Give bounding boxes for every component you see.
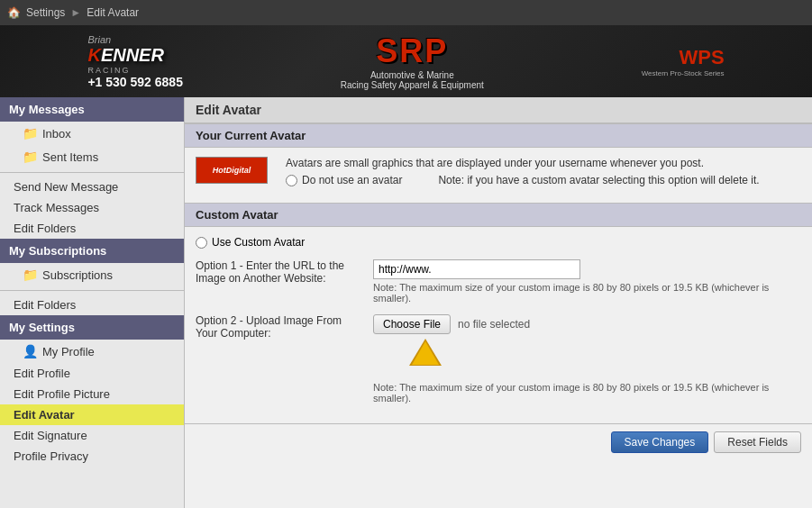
sidebar-item-edit-profile[interactable]: Edit Profile	[0, 363, 184, 384]
banner-srp: SRP Automotive & Marine Racing Safety Ap…	[341, 32, 484, 90]
sidebar-divider-2	[0, 290, 184, 291]
do-not-use-label: Do not use an avatar	[302, 174, 402, 186]
top-bar: 🏠 Settings ► Edit Avatar	[0, 0, 812, 25]
breadcrumb: 🏠 Settings ► Edit Avatar	[7, 6, 139, 19]
person-icon: 👤	[23, 344, 38, 358]
avatar-current-section: HotDigital Avatars are small graphics th…	[196, 157, 801, 194]
sidebar-item-edit-signature[interactable]: Edit Signature	[0, 425, 184, 446]
option1-row: Option 1 - Enter the URL to the Image on…	[196, 259, 801, 304]
do-not-use-radio[interactable]	[286, 175, 297, 186]
custom-avatar-title: Custom Avatar	[185, 203, 812, 227]
folder-icon-inbox: 📁	[23, 126, 38, 141]
folder-icon-sent: 📁	[23, 150, 38, 164]
banner: Brian KENNER Racing +1 530 592 6885 SRP …	[0, 25, 812, 97]
banner-srp-line1: Automotive & Marine	[341, 70, 484, 80]
current-avatar-body: HotDigital Avatars are small graphics th…	[185, 148, 812, 203]
breadcrumb-separator: ►	[70, 6, 81, 19]
banner-kenner-first: Brian	[87, 34, 111, 45]
option2-label: Option 2 - Upload Image From Your Comput…	[196, 314, 362, 340]
avatar-note: Note: if you have a custom avatar select…	[438, 174, 759, 186]
breadcrumb-current: Edit Avatar	[87, 6, 139, 19]
banner-srp-line2: Racing Safety Apparel & Equipment	[341, 80, 484, 90]
url-input[interactable]	[373, 259, 580, 279]
sidebar-item-sent[interactable]: 📁 Sent Items	[0, 145, 184, 168]
choose-file-button[interactable]: Choose File	[373, 314, 451, 334]
upload-note: Note: The maximum size of your custom im…	[373, 382, 801, 404]
sidebar-item-track-messages[interactable]: Track Messages	[0, 197, 184, 218]
no-file-label: no file selected	[458, 318, 530, 331]
arrow-icon	[409, 339, 442, 379]
main-layout: My Messages 📁 Inbox 📁 Sent Items Send Ne…	[0, 97, 812, 508]
sidebar-my-messages-header: My Messages	[0, 97, 184, 122]
content-area: Edit Avatar Your Current Avatar HotDigit…	[185, 97, 812, 508]
sidebar: My Messages 📁 Inbox 📁 Sent Items Send Ne…	[0, 97, 185, 508]
banner-kenner-sub: Racing	[87, 66, 183, 75]
sidebar-divider-1	[0, 172, 184, 173]
use-custom-label: Use Custom Avatar	[212, 236, 305, 249]
sidebar-item-edit-folders-2[interactable]: Edit Folders	[0, 295, 184, 315]
use-custom-row: Use Custom Avatar	[196, 236, 801, 249]
current-avatar-title: Your Current Avatar	[185, 123, 812, 148]
sidebar-item-inbox[interactable]: 📁 Inbox	[0, 122, 184, 145]
banner-wps: WPS Western Pro-Stock Series	[642, 46, 725, 77]
banner-kenner-logo: KENNER	[87, 45, 183, 66]
reset-fields-button[interactable]: Reset Fields	[714, 431, 801, 453]
sidebar-my-settings-header: My Settings	[0, 315, 184, 340]
sidebar-item-edit-avatar[interactable]: Edit Avatar	[0, 404, 184, 425]
folder-icon-subscriptions: 📁	[23, 268, 38, 282]
sidebar-my-subscriptions-header: My Subscriptions	[0, 239, 184, 263]
arrow-container	[355, 339, 801, 379]
sidebar-item-edit-profile-picture[interactable]: Edit Profile Picture	[0, 384, 184, 404]
custom-avatar-body: Use Custom Avatar Option 1 - Enter the U…	[185, 227, 812, 423]
sidebar-item-my-profile[interactable]: 👤 My Profile	[0, 340, 184, 363]
option1-label: Option 1 - Enter the URL to the Image on…	[196, 259, 362, 285]
choose-file-row: Choose File no file selected	[373, 314, 801, 334]
option2-content: Choose File no file selected Note: The m…	[373, 314, 801, 404]
sidebar-item-subscriptions[interactable]: 📁 Subscriptions	[0, 263, 184, 286]
option1-content: Note: The maximum size of your custom im…	[373, 259, 801, 304]
banner-wps-logo: WPS	[642, 46, 725, 69]
bottom-bar: Save Changes Reset Fields	[185, 423, 812, 460]
do-not-use-radio-row: Do not use an avatar	[286, 174, 402, 186]
option2-row: Option 2 - Upload Image From Your Comput…	[196, 314, 801, 404]
avatar-description-text: Avatars are small graphics that are disp…	[286, 157, 760, 169]
sidebar-item-profile-privacy[interactable]: Profile Privacy	[0, 446, 184, 467]
banner-wps-sub: Western Pro-Stock Series	[642, 69, 725, 77]
sidebar-item-edit-folders-1[interactable]: Edit Folders	[0, 218, 184, 239]
url-note: Note: The maximum size of your custom im…	[373, 282, 801, 304]
avatar-description-block: Avatars are small graphics that are disp…	[286, 157, 760, 186]
breadcrumb-settings[interactable]: Settings	[26, 6, 65, 19]
sidebar-item-send-message[interactable]: Send New Message	[0, 177, 184, 197]
home-icon[interactable]: 🏠	[7, 6, 21, 19]
banner-kenner: Brian KENNER Racing +1 530 592 6885	[87, 34, 183, 89]
content-header: Edit Avatar	[185, 97, 812, 123]
banner-phone: +1 530 592 6885	[87, 75, 183, 89]
avatar-image-placeholder: HotDigital	[196, 157, 268, 184]
banner-srp-logo: SRP	[341, 32, 484, 70]
use-custom-radio[interactable]	[196, 237, 207, 249]
save-changes-button[interactable]: Save Changes	[611, 431, 709, 453]
